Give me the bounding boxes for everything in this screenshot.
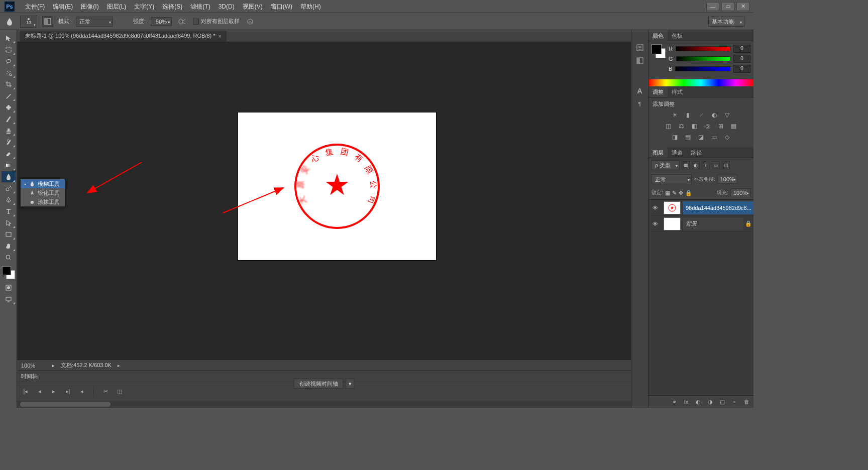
tool-screenmode[interactable] xyxy=(2,294,16,305)
tool-zoom[interactable] xyxy=(2,252,16,263)
window-minimize-button[interactable]: — xyxy=(706,2,719,11)
adj-bw-icon[interactable]: ◧ xyxy=(691,122,699,130)
adj-brightness-icon[interactable]: ☀ xyxy=(671,111,679,119)
timeline-play[interactable]: ▸ xyxy=(49,387,58,396)
adj-curves-icon[interactable]: ⟋ xyxy=(697,111,705,119)
color-swatches[interactable] xyxy=(2,266,15,279)
filter-adjust-icon[interactable]: ◐ xyxy=(692,161,700,169)
new-group-icon[interactable]: ▢ xyxy=(718,398,726,406)
delete-layer-icon[interactable]: 🗑 xyxy=(742,398,750,406)
timeline-next-frame[interactable]: ▸| xyxy=(63,387,72,396)
layer-mask-icon[interactable]: ◐ xyxy=(694,398,702,406)
menu-help[interactable]: 帮助(H) xyxy=(296,1,325,12)
tool-gradient[interactable] xyxy=(2,160,16,171)
menu-select[interactable]: 选择(S) xyxy=(158,1,186,12)
tool-type[interactable] xyxy=(2,206,16,217)
layer-name[interactable]: 背景 xyxy=(683,217,743,230)
tab-adjustments[interactable]: 调整 xyxy=(648,86,668,97)
menu-window[interactable]: 窗口(W) xyxy=(267,1,296,12)
tool-quick-select[interactable] xyxy=(2,67,16,78)
tool-rectangle[interactable] xyxy=(2,229,16,240)
slider-g[interactable] xyxy=(676,56,730,61)
close-tab-icon[interactable]: × xyxy=(219,33,222,39)
window-restore-button[interactable]: ▭ xyxy=(721,2,734,11)
tool-eyedropper[interactable] xyxy=(2,90,16,101)
document-tab[interactable]: 未标题-1 @ 100% (96dda144ad345982d9c8d07c0f… xyxy=(20,31,227,42)
tab-layers[interactable]: 图层 xyxy=(648,147,668,158)
tool-history-brush[interactable] xyxy=(2,137,16,148)
adj-invert-icon[interactable]: ◨ xyxy=(671,133,679,141)
timeline-first-frame[interactable]: |◂ xyxy=(21,387,30,396)
tool-stamp[interactable] xyxy=(2,125,16,136)
workspace-switcher[interactable]: 基本功能 xyxy=(708,17,744,27)
timeline-type-dropdown[interactable]: ▾ xyxy=(346,379,355,389)
layer-name[interactable]: 96dda144ad345982d9c8... xyxy=(683,201,753,214)
tool-lasso[interactable] xyxy=(2,56,16,67)
doc-info[interactable]: 文档:452.2 K/603.0K xyxy=(61,362,112,369)
layer-blend-mode[interactable]: 正常 xyxy=(652,174,692,184)
tab-swatches[interactable]: 色板 xyxy=(668,30,687,41)
tool-indicator-blur-icon[interactable] xyxy=(4,16,15,27)
tool-dodge[interactable] xyxy=(2,183,16,194)
sample-all-layers-checkbox[interactable]: 对所有图层取样 xyxy=(193,18,240,25)
menu-layer[interactable]: 图层(L) xyxy=(103,1,131,12)
tool-brush[interactable] xyxy=(2,113,16,125)
adj-mixer-icon[interactable]: ⊞ xyxy=(717,122,725,130)
create-video-timeline-button[interactable]: 创建视频时间轴 xyxy=(294,379,344,389)
new-layer-icon[interactable]: ▫ xyxy=(730,398,738,406)
canvas[interactable]: ★ 大原安心集团有限公司 xyxy=(238,112,436,260)
tool-crop[interactable] xyxy=(2,79,16,90)
menu-image[interactable]: 图像(I) xyxy=(77,1,102,12)
tab-color[interactable]: 颜色 xyxy=(648,30,668,41)
layer-visibility-icon[interactable]: 👁 xyxy=(648,221,662,227)
tool-eraser[interactable] xyxy=(2,148,16,159)
filter-pixel-icon[interactable]: ▦ xyxy=(682,161,690,169)
layer-thumbnail[interactable]: ★ xyxy=(664,201,681,214)
tool-hand[interactable] xyxy=(2,241,16,252)
filter-smart-icon[interactable]: ◫ xyxy=(722,161,730,169)
lock-transparency-icon[interactable]: ▦ xyxy=(665,190,670,196)
new-adjustment-icon[interactable]: ◑ xyxy=(706,398,714,406)
tab-paths[interactable]: 路径 xyxy=(687,147,706,158)
tool-blur[interactable] xyxy=(2,171,16,182)
timeline-transition-icon[interactable]: ◫ xyxy=(115,387,124,396)
layer-fx-icon[interactable]: fx xyxy=(682,398,690,406)
lock-all-icon[interactable]: 🔒 xyxy=(685,190,692,196)
panel-icon-paragraph[interactable]: ¶ xyxy=(633,98,646,109)
layer-row[interactable]: 👁 背景 🔒 xyxy=(648,216,753,232)
tool-move[interactable] xyxy=(2,33,16,44)
menu-filter[interactable]: 滤镜(T) xyxy=(186,1,214,12)
flyout-item-smudge[interactable]: 涂抹工具 xyxy=(21,197,65,206)
blend-mode-dropdown[interactable]: 正常 xyxy=(76,17,113,27)
menu-edit[interactable]: 编辑(E) xyxy=(49,1,77,12)
strength-input[interactable]: 50% xyxy=(151,17,172,26)
timeline-last-frame[interactable]: ◂ xyxy=(77,387,86,396)
menu-view[interactable]: 视图(V) xyxy=(239,1,267,12)
tab-channels[interactable]: 通道 xyxy=(668,147,687,158)
filter-type-icon[interactable]: T xyxy=(702,161,710,169)
opacity-input[interactable]: 100% xyxy=(717,175,737,184)
adj-exposure-icon[interactable]: ◐ xyxy=(710,111,718,119)
tool-pen[interactable] xyxy=(2,194,16,205)
adj-hue-icon[interactable]: ◫ xyxy=(665,122,673,130)
lock-position-icon[interactable]: ✥ xyxy=(679,190,683,196)
tool-quickmask[interactable] xyxy=(2,282,16,293)
fill-input[interactable]: 100% xyxy=(730,188,750,197)
adj-balance-icon[interactable]: ⚖ xyxy=(678,122,686,130)
menu-file[interactable]: 文件(F) xyxy=(21,1,49,12)
doc-info-menu-icon[interactable]: ▸ xyxy=(118,363,120,368)
foreground-color[interactable] xyxy=(2,266,11,275)
color-spectrum[interactable] xyxy=(648,79,753,86)
value-g[interactable]: 0 xyxy=(733,55,750,63)
value-b[interactable]: 0 xyxy=(733,65,750,73)
link-layers-icon[interactable]: ⚭ xyxy=(670,398,678,406)
color-panel-swatch[interactable] xyxy=(652,44,666,58)
panel-icon-properties[interactable] xyxy=(633,55,646,66)
adj-threshold-icon[interactable]: ◪ xyxy=(697,133,705,141)
tab-styles[interactable]: 样式 xyxy=(668,86,687,97)
pressure-opacity-icon[interactable] xyxy=(245,16,256,27)
panel-icon-history[interactable] xyxy=(633,42,646,53)
slider-b[interactable] xyxy=(675,66,730,71)
adj-levels-icon[interactable]: ▮ xyxy=(684,111,692,119)
zoom-menu-icon[interactable]: ▸ xyxy=(52,363,55,368)
